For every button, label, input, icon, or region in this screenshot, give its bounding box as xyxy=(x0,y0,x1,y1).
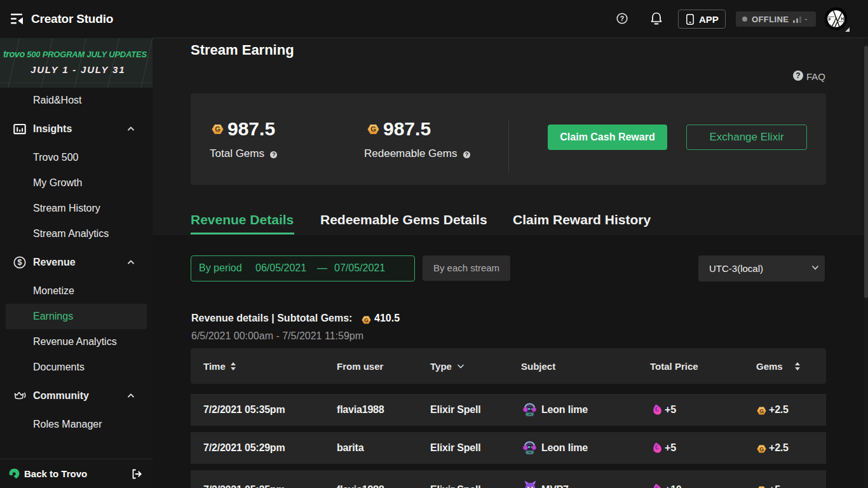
svg-text:$: $ xyxy=(18,258,22,267)
svg-text:G: G xyxy=(215,125,220,133)
svg-text:?: ? xyxy=(620,15,624,22)
svg-text:F: F xyxy=(829,17,831,22)
svg-text:G: G xyxy=(364,317,369,323)
svg-text:A: A xyxy=(834,17,837,21)
svg-text:H: H xyxy=(841,17,844,21)
svg-text:G: G xyxy=(370,125,376,133)
